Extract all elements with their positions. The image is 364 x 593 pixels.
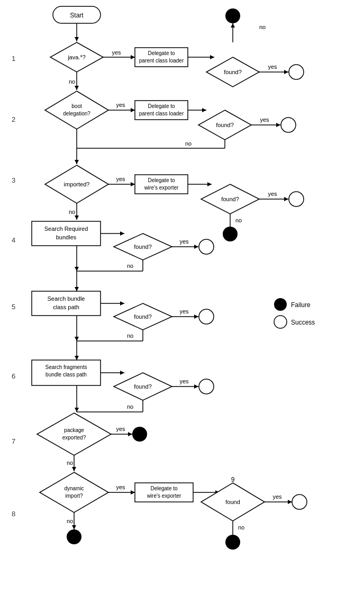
pkg-exported-line1: package bbox=[64, 427, 84, 433]
success-label: Success bbox=[291, 319, 315, 326]
svg-marker-82 bbox=[37, 413, 111, 455]
step-number-9: 9 bbox=[231, 476, 235, 483]
svg-marker-2 bbox=[75, 37, 79, 41]
step-number-3: 3 bbox=[12, 176, 15, 184]
no-label-3: no bbox=[235, 217, 242, 223]
boot-diamond-line2: delegation? bbox=[63, 111, 90, 116]
svg-marker-73 bbox=[120, 371, 124, 375]
svg-point-77 bbox=[199, 379, 214, 394]
step1-box-line2: parent class loader bbox=[139, 58, 184, 64]
svg-marker-106 bbox=[75, 356, 79, 360]
no-label-1c: no bbox=[69, 78, 75, 85]
boot-diamond-line1: boot bbox=[71, 103, 82, 109]
svg-marker-90 bbox=[131, 490, 135, 495]
found1-label: found? bbox=[224, 69, 242, 75]
yes-label-1a: yes bbox=[112, 49, 121, 56]
yes-label-1b: yes bbox=[268, 64, 277, 70]
step6-box-line2: bundle class path bbox=[46, 372, 87, 378]
step5-box-line1: Search bundle bbox=[48, 295, 85, 302]
yes-label-9: yes bbox=[272, 493, 282, 500]
step-number-2: 2 bbox=[12, 115, 15, 123]
yes-label-3b: yes bbox=[268, 191, 277, 197]
found2-label: found? bbox=[216, 122, 234, 128]
step1-box-line1: Delegate to bbox=[148, 50, 175, 56]
svg-point-53 bbox=[199, 239, 214, 254]
step2-box-line2: parent class loader bbox=[139, 111, 184, 116]
svg-point-97 bbox=[292, 495, 307, 509]
no-label-2: no bbox=[185, 140, 192, 147]
step-number-5: 5 bbox=[12, 303, 15, 311]
svg-marker-88 bbox=[40, 472, 108, 513]
svg-marker-23 bbox=[202, 108, 206, 112]
no-label-4: no bbox=[127, 263, 133, 269]
svg-point-42 bbox=[289, 192, 304, 206]
svg-marker-32 bbox=[75, 160, 79, 164]
svg-point-85 bbox=[132, 427, 147, 442]
svg-point-70 bbox=[274, 316, 287, 328]
svg-point-69 bbox=[274, 298, 287, 311]
svg-marker-68 bbox=[75, 337, 79, 341]
svg-point-44 bbox=[223, 227, 238, 241]
svg-marker-49 bbox=[120, 231, 124, 236]
svg-marker-46 bbox=[75, 215, 79, 220]
svg-marker-8 bbox=[210, 55, 214, 59]
imported-label: imported? bbox=[64, 181, 90, 187]
svg-marker-41 bbox=[284, 197, 288, 201]
found5-label: found? bbox=[134, 313, 152, 320]
dynamic-line2: import? bbox=[65, 493, 83, 499]
svg-marker-57 bbox=[75, 267, 79, 271]
no-label-6: no bbox=[127, 403, 133, 410]
no-label-9: no bbox=[238, 524, 244, 531]
yes-label-3a: yes bbox=[116, 176, 125, 182]
svg-point-12 bbox=[289, 65, 304, 79]
svg-marker-63 bbox=[194, 315, 198, 319]
yes-label-7: yes bbox=[116, 426, 125, 432]
svg-marker-14 bbox=[231, 23, 235, 28]
svg-point-102 bbox=[67, 529, 81, 544]
no-label-8: no bbox=[67, 518, 73, 524]
no-label-1: no bbox=[259, 24, 266, 30]
failure-label: Failure bbox=[291, 301, 311, 309]
no-label-5: no bbox=[127, 333, 133, 339]
no-label-7: no bbox=[67, 460, 73, 466]
svg-marker-104 bbox=[75, 287, 79, 291]
svg-point-15 bbox=[225, 8, 240, 23]
svg-marker-60 bbox=[120, 301, 124, 306]
step-number-8: 8 bbox=[12, 510, 15, 518]
start-label: Start bbox=[70, 12, 84, 19]
flowchart-diagram: 1 Start java.*? yes Delegate to parent c… bbox=[0, 0, 364, 593]
svg-marker-76 bbox=[194, 384, 198, 389]
yes-label-6: yes bbox=[179, 378, 189, 384]
svg-marker-52 bbox=[194, 245, 198, 249]
step4-box-line2: bundles bbox=[56, 234, 77, 240]
step-number-1: 1 bbox=[12, 55, 15, 62]
found9-label: found bbox=[225, 499, 240, 505]
svg-marker-38 bbox=[207, 182, 212, 186]
svg-marker-101 bbox=[72, 525, 76, 529]
svg-marker-5 bbox=[131, 55, 135, 59]
svg-marker-17 bbox=[75, 86, 79, 90]
svg-rect-47 bbox=[32, 221, 101, 246]
yes-label-2b: yes bbox=[260, 116, 269, 123]
step2-box-line1: Delegate to bbox=[148, 103, 175, 109]
dynamic-line1: dynamic bbox=[64, 486, 84, 491]
step8-box-line2: wire's exporter bbox=[147, 493, 181, 499]
step8-box-line1: Delegate to bbox=[150, 486, 178, 491]
svg-point-64 bbox=[199, 309, 214, 324]
step3-box-line2: wire's exporter bbox=[144, 185, 179, 191]
step5-box-line2: class path bbox=[53, 304, 79, 310]
svg-point-99 bbox=[225, 535, 240, 550]
no-label-3b: no bbox=[69, 209, 75, 215]
yes-label-5: yes bbox=[179, 308, 189, 315]
svg-marker-35 bbox=[131, 182, 135, 186]
pkg-exported-line2: exported? bbox=[62, 435, 86, 441]
svg-marker-11 bbox=[284, 70, 288, 74]
yes-label-2a: yes bbox=[116, 102, 125, 108]
yes-label-4: yes bbox=[179, 238, 189, 245]
java-diamond-label: java.*? bbox=[67, 54, 86, 60]
svg-marker-87 bbox=[72, 467, 76, 471]
step-number-6: 6 bbox=[12, 372, 15, 380]
step4-box-line1: Search Required bbox=[44, 226, 88, 232]
svg-marker-26 bbox=[276, 123, 280, 127]
step6-box-line1: Search fragments bbox=[46, 364, 87, 370]
